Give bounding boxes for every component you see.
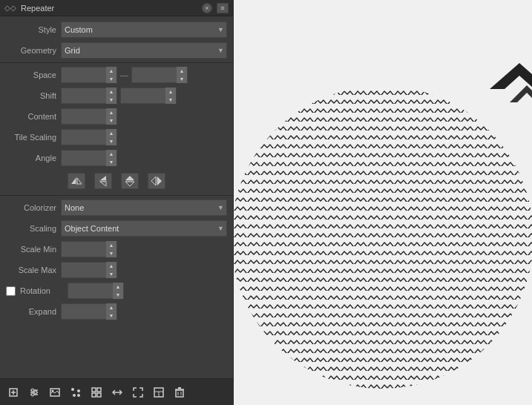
rotation-down[interactable]: ▼ [113, 291, 123, 299]
scaling-select[interactable]: Object Content Object Content [61, 220, 227, 237]
expand-input[interactable]: 0,0 pt [62, 307, 106, 316]
shift-x-down[interactable]: ▼ [106, 96, 116, 104]
space-x-down[interactable]: ▼ [106, 75, 116, 83]
expand-spinner: ▲ ▼ [106, 303, 116, 320]
expand-icon [133, 387, 143, 398]
geometry-row: Geometry Grid Linear Radial ▼ [0, 40, 233, 61]
flip-h-icon [70, 175, 82, 187]
tile-scaling-spinner: ▲ ▼ [106, 129, 116, 145]
scale-min-up[interactable]: ▲ [106, 241, 116, 249]
shift-label: Shift [6, 91, 56, 100]
scale-max-down[interactable]: ▼ [106, 270, 116, 278]
svg-point-25 [73, 394, 76, 397]
expand-btn[interactable] [129, 383, 147, 401]
rotation-checkbox[interactable] [6, 286, 16, 296]
space-x-input[interactable]: 1,0 pt [62, 70, 106, 79]
delete-button[interactable] [171, 383, 188, 401]
menu-button[interactable]: ≡ [217, 3, 229, 13]
arrows-button[interactable] [108, 383, 126, 401]
panel-content: Style Custom Default ▼ Geometry Grid Lin… [0, 16, 233, 378]
scale-max-row: Scale Max 64,0% ▲ ▼ [0, 260, 233, 280]
expand-up[interactable]: ▲ [106, 303, 116, 312]
scale-max-up[interactable]: ▲ [106, 262, 116, 270]
shift-x-spinner: ▲ ▼ [106, 88, 116, 104]
scatter-button[interactable] [67, 383, 85, 401]
svg-rect-35 [176, 390, 183, 397]
panel-title: Repeater [21, 4, 197, 13]
angle-down[interactable]: ▼ [106, 158, 116, 166]
rotation-input[interactable]: 58,0° [68, 286, 113, 295]
scale-min-input[interactable]: 0,0% [62, 245, 106, 254]
flip-v-button[interactable] [94, 173, 112, 189]
style-select[interactable]: Custom Default [61, 22, 227, 38]
layout-button[interactable] [150, 383, 168, 401]
tile-scaling-input[interactable]: 43,0% [62, 133, 106, 142]
scale-max-label: Scale Max [6, 266, 56, 274]
rotation-up[interactable]: ▲ [113, 283, 123, 291]
close-button[interactable]: × [202, 3, 212, 13]
shift-x-input[interactable]: -1,0% [62, 91, 106, 100]
shift-inputs: -1,0% ▲ ▼ 0,0% ▲ ▼ [61, 88, 177, 104]
angle-up[interactable]: ▲ [106, 150, 116, 158]
add-icon [8, 387, 19, 398]
expand-down[interactable]: ▼ [106, 312, 116, 320]
space-dash: — [120, 70, 128, 79]
svg-marker-0 [71, 178, 76, 184]
add-button[interactable] [4, 383, 22, 401]
content-input[interactable]: 181,0% [62, 112, 106, 121]
scale-min-down[interactable]: ▼ [106, 249, 116, 257]
shift-y-down[interactable]: ▼ [165, 96, 176, 104]
panel-icon: ◇◇ [4, 4, 16, 12]
flip-h-button[interactable] [68, 173, 85, 189]
geometry-select[interactable]: Grid Linear Radial [61, 42, 227, 59]
scale-min-label: Scale Min [6, 245, 56, 254]
svg-marker-6 [125, 176, 134, 180]
image-button[interactable] [46, 383, 64, 401]
space-y-input-wrapper: 0,0 pt ▲ ▼ [131, 67, 188, 83]
svg-marker-2 [77, 178, 82, 184]
space-label: Space [6, 70, 56, 79]
space-y-up[interactable]: ▲ [177, 67, 187, 75]
sym-h-button[interactable] [148, 173, 165, 189]
space-y-input[interactable]: 0,0 pt [132, 70, 177, 79]
right-canvas [234, 0, 532, 405]
adjust-button[interactable] [25, 383, 43, 401]
space-y-down[interactable]: ▼ [177, 75, 187, 83]
sym-h-icon [151, 175, 162, 187]
svg-point-24 [77, 389, 80, 392]
rotation-spinner: ▲ ▼ [113, 283, 123, 299]
content-down[interactable]: ▼ [106, 116, 116, 125]
content-label: Content [6, 112, 56, 121]
angle-input[interactable]: -2,0° [62, 154, 106, 162]
style-label: Style [6, 25, 56, 34]
angle-input-wrapper: -2,0° ▲ ▼ [61, 150, 117, 166]
svg-rect-30 [97, 393, 101, 397]
layout-icon [154, 387, 164, 398]
content-up[interactable]: ▲ [106, 108, 116, 116]
space-x-spinner: ▲ ▼ [106, 67, 116, 83]
space-inputs: 1,0 pt ▲ ▼ — 0,0 pt ▲ ▼ [61, 67, 188, 83]
sym-v-icon [124, 175, 136, 187]
shift-y-input[interactable]: 0,0% [121, 91, 165, 100]
svg-marker-11 [157, 177, 162, 185]
svg-point-23 [71, 388, 74, 391]
flip-v-icon [97, 175, 109, 187]
grid-button[interactable] [88, 383, 105, 401]
tile-scaling-label: Tile Scaling [6, 133, 56, 142]
svg-rect-29 [92, 393, 96, 397]
scale-max-input[interactable]: 64,0% [62, 266, 106, 274]
content-row: Content 181,0% ▲ ▼ [0, 106, 233, 127]
shift-y-up[interactable]: ▲ [165, 88, 176, 96]
colorizer-select[interactable]: None Color Gradient [61, 200, 227, 216]
tile-scaling-down[interactable]: ▼ [106, 137, 116, 145]
tile-scaling-up[interactable]: ▲ [106, 129, 116, 137]
scale-max-spinner: ▲ ▼ [106, 262, 116, 278]
colorizer-label: Colorizer [6, 203, 56, 212]
rotation-label: Rotation [20, 286, 63, 295]
space-x-up[interactable]: ▲ [106, 67, 116, 75]
shift-x-input-wrapper: -1,0% ▲ ▼ [61, 88, 117, 104]
shift-x-up[interactable]: ▲ [106, 88, 116, 96]
rotation-row: Rotation 58,0° ▲ ▼ [0, 280, 233, 301]
sym-v-button[interactable] [121, 173, 139, 189]
left-panel: ◇◇ Repeater × ≡ Style Custom Default ▼ G… [0, 0, 234, 405]
